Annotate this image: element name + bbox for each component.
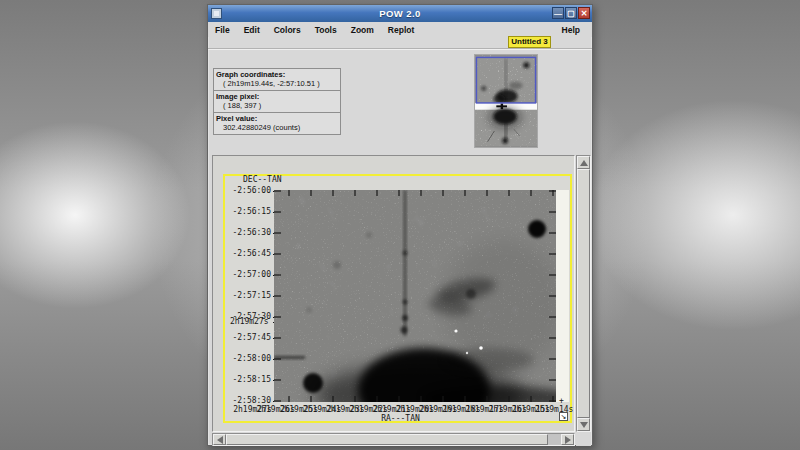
menu-item-colors[interactable]: Colors (267, 25, 308, 35)
scope-thumbnail[interactable] (474, 54, 540, 150)
x-axis-title: RA---TAN (313, 414, 488, 423)
y-tick-label: -2:56:00 (227, 186, 271, 195)
horizontal-scrollbar[interactable] (212, 433, 575, 446)
stray-overlap-label: 2h19m27s (230, 317, 269, 326)
tracker-label: Image pixel: (216, 92, 338, 101)
app-icon (211, 8, 222, 19)
menu-item-tools[interactable]: Tools (308, 25, 344, 35)
y-axis-title: DEC--TAN (243, 175, 282, 184)
menu-item-edit[interactable]: Edit (237, 25, 267, 35)
y-tick-label: -2:57:00 (227, 270, 271, 279)
menu-item-zoom[interactable]: Zoom (344, 25, 381, 35)
pow-window: POW 2.0 — ▢ ✕ FileEditColorsToolsZoomRep… (207, 4, 593, 446)
menu-item-replot[interactable]: Replot (381, 25, 421, 35)
tracker-label: Graph coordinates: (216, 70, 338, 79)
minimize-button-icon[interactable]: — (552, 7, 564, 19)
menu-item-help[interactable]: Help (555, 25, 587, 35)
horizontal-scrollbar-thumb[interactable] (226, 434, 548, 445)
tracker-row: Pixel value:302.42880249 (counts) (213, 112, 341, 135)
astronomy-image[interactable] (274, 190, 556, 402)
axis-corner-marker: + (559, 396, 564, 405)
tracker-label: Pixel value: (216, 114, 338, 123)
close-button-icon[interactable]: ✕ (578, 7, 590, 19)
tracker-row: Image pixel:( 188, 397 ) (213, 90, 341, 113)
y-tick-label: -2:56:15 (227, 207, 271, 216)
tracker-row: Graph coordinates:( 2h19m19.44s, -2:57:1… (213, 68, 341, 91)
scope-image[interactable] (474, 54, 538, 148)
graph-tab-untitled-3[interactable]: Untitled 3 (508, 36, 551, 48)
menubar: FileEditColorsToolsZoomReplot Help (208, 22, 592, 37)
scrollbar-corner (576, 433, 591, 446)
maximize-button-icon[interactable]: ▢ (565, 7, 577, 19)
titlebar[interactable]: POW 2.0 — ▢ ✕ (208, 5, 592, 22)
vertical-scrollbar[interactable] (576, 155, 591, 432)
y-tick-label: -2:58:00 (227, 354, 271, 363)
y-tick-label: -2:58:15 (227, 375, 271, 384)
window-title: POW 2.0 (208, 8, 592, 19)
y-tick-label: -2:58:30 (227, 396, 271, 405)
y-tick-label: -2:57:15 (227, 291, 271, 300)
scroll-left-arrow-icon[interactable] (213, 434, 226, 445)
graph-resize-handle[interactable]: ↘ (559, 412, 568, 421)
y-tick-label: -2:57:45 (227, 333, 271, 342)
tracker-value: ( 2h19m19.44s, -2:57:10.51 ) (216, 79, 338, 88)
vertical-scrollbar-thumb[interactable] (577, 169, 590, 418)
scroll-up-arrow-icon[interactable] (577, 156, 590, 169)
scroll-down-arrow-icon[interactable] (577, 418, 590, 431)
menu-items: FileEditColorsToolsZoomReplot (208, 25, 421, 35)
y-tick-label: -2:56:30 (227, 228, 271, 237)
y-tick-label: -2:56:45 (227, 249, 271, 258)
tracker-value: ( 188, 397 ) (216, 101, 338, 110)
plot-canvas[interactable]: DEC--TAN -2:56:00-2:56:15-2:56:30-2:56:4… (212, 155, 575, 432)
tracker-value: 302.42880249 (counts) (216, 123, 338, 132)
menu-item-file[interactable]: File (208, 25, 237, 35)
tab-row-divider (208, 48, 592, 50)
scroll-right-arrow-icon[interactable] (561, 434, 574, 445)
tracker-panel: Graph coordinates:( 2h19m19.44s, -2:57:1… (213, 69, 341, 135)
graph-right-margin (556, 190, 569, 402)
